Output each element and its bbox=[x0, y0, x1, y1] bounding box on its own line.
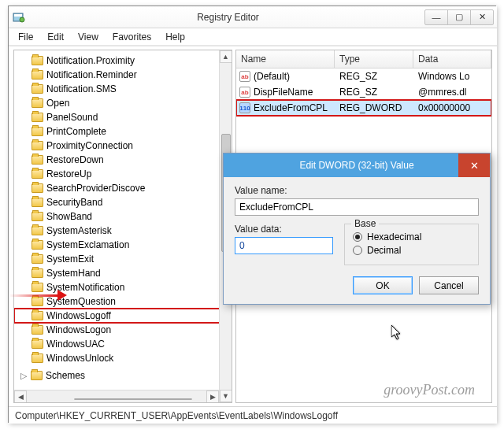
value-row[interactable]: 110ExcludeFromCPLREG_DWORD0x00000000 bbox=[236, 100, 491, 116]
scroll-up-button[interactable]: ▲ bbox=[220, 50, 232, 63]
column-headers[interactable]: Name Type Data bbox=[236, 50, 491, 68]
tree-item[interactable]: PanelSound bbox=[14, 110, 232, 124]
tree-label: RestoreUp bbox=[46, 168, 91, 179]
radio-dot-icon bbox=[353, 232, 362, 242]
folder-icon bbox=[32, 297, 43, 306]
folder-icon bbox=[32, 353, 43, 363]
menu-help[interactable]: Help bbox=[159, 30, 191, 44]
value-icon: ab bbox=[239, 87, 250, 98]
tree-item[interactable]: SystemExclamation bbox=[14, 238, 232, 252]
tree-label: Notification.Reminder bbox=[46, 69, 137, 80]
menu-edit[interactable]: Edit bbox=[41, 30, 70, 44]
value-data-input[interactable] bbox=[235, 237, 333, 254]
menu-view[interactable]: View bbox=[72, 30, 105, 44]
tree-item[interactable]: Open bbox=[14, 96, 232, 110]
tree-item[interactable]: Notification.Proximity bbox=[14, 54, 232, 68]
menu-file[interactable]: File bbox=[12, 30, 39, 44]
tree-label: WindowsUAC bbox=[46, 339, 105, 350]
scroll-right-button[interactable]: ▶ bbox=[206, 390, 219, 403]
menu-favorites[interactable]: Favorites bbox=[106, 30, 158, 44]
ok-button[interactable]: OK bbox=[353, 276, 413, 294]
close-button[interactable]: ✕ bbox=[470, 9, 494, 25]
value-name: (Default) bbox=[254, 71, 290, 82]
tree-item[interactable]: PrintComplete bbox=[14, 124, 232, 139]
tree-item[interactable]: SearchProviderDiscove bbox=[14, 181, 232, 195]
app-icon bbox=[12, 10, 26, 24]
titlebar[interactable]: Registry Editor — ▢ ✕ bbox=[9, 6, 497, 28]
radio-decimal[interactable]: Decimal bbox=[353, 245, 470, 256]
folder-icon bbox=[32, 240, 43, 250]
scroll-thumb-h[interactable] bbox=[74, 398, 192, 400]
tree-item[interactable]: SystemQuestion bbox=[14, 294, 232, 309]
tree-item[interactable]: ShowBand bbox=[14, 209, 232, 224]
base-fieldset: Base Hexadecimal Decimal bbox=[344, 224, 479, 265]
scroll-left-button[interactable]: ◀ bbox=[14, 390, 27, 403]
value-data: Windows Lo bbox=[413, 71, 491, 82]
tree-item[interactable]: SystemNotification bbox=[14, 280, 232, 294]
col-name[interactable]: Name bbox=[236, 50, 335, 68]
tree-scrollbar-horizontal[interactable]: ◀ ▶ bbox=[14, 390, 219, 402]
folder-icon bbox=[32, 325, 43, 335]
tree-item[interactable]: WindowsUAC bbox=[14, 337, 232, 351]
radio-dec-label: Decimal bbox=[367, 245, 401, 256]
tree-item[interactable]: ProximityConnection bbox=[14, 139, 232, 153]
tree-item[interactable]: SystemExit bbox=[14, 252, 232, 266]
tree-label: SearchProviderDiscove bbox=[46, 183, 145, 194]
menubar: File Edit View Favorites Help bbox=[9, 28, 497, 46]
window-controls: — ▢ ✕ bbox=[425, 9, 494, 25]
tree-label: SystemExclamation bbox=[46, 239, 129, 250]
statusbar: Computer\HKEY_CURRENT_USER\AppEvents\Eve… bbox=[9, 406, 497, 424]
expand-icon[interactable]: ▷ bbox=[19, 371, 28, 381]
value-row[interactable]: ab(Default)REG_SZWindows Lo bbox=[236, 68, 491, 84]
tree-pane[interactable]: Notification.ProximityNotification.Remin… bbox=[13, 50, 232, 403]
tree-label: SystemAsterisk bbox=[46, 225, 112, 236]
folder-icon bbox=[32, 56, 43, 65]
window-title: Registry Editor bbox=[31, 12, 425, 23]
value-name-input[interactable] bbox=[235, 198, 479, 216]
tree-item[interactable]: RestoreDown bbox=[14, 153, 232, 167]
tree-label: Open bbox=[46, 98, 69, 109]
tree-item[interactable]: Notification.Reminder bbox=[14, 68, 232, 82]
tree-label: SystemQuestion bbox=[46, 296, 116, 307]
folder-icon bbox=[32, 127, 43, 136]
tree-label: PanelSound bbox=[46, 112, 98, 123]
value-icon: 110 bbox=[239, 102, 250, 113]
cancel-button[interactable]: Cancel bbox=[419, 276, 479, 294]
tree-label: ProximityConnection bbox=[46, 140, 133, 151]
tree-item[interactable]: WindowsLogoff bbox=[14, 309, 232, 323]
radio-hexadecimal[interactable]: Hexadecimal bbox=[353, 231, 470, 242]
tree-item[interactable]: SecurityBand bbox=[14, 195, 232, 209]
dialog-close-button[interactable]: ✕ bbox=[458, 154, 490, 177]
tree-label: WindowsLogon bbox=[46, 324, 111, 335]
tree-item[interactable]: SystemHand bbox=[14, 266, 232, 280]
svg-point-2 bbox=[20, 17, 24, 22]
edit-dword-dialog[interactable]: Edit DWORD (32-bit) Value ✕ Value name: … bbox=[223, 153, 491, 305]
tree-label: RestoreDown bbox=[46, 154, 104, 165]
scroll-down-button[interactable]: ▼ bbox=[220, 390, 232, 402]
value-data: @mmres.dl bbox=[413, 87, 491, 98]
folder-icon bbox=[31, 371, 43, 380]
tree-label: PrintComplete bbox=[46, 126, 106, 137]
tree-item[interactable]: SystemAsterisk bbox=[14, 224, 232, 238]
dialog-titlebar[interactable]: Edit DWORD (32-bit) Value ✕ bbox=[224, 154, 490, 177]
tree-item[interactable]: WindowsLogon bbox=[14, 323, 232, 337]
col-data[interactable]: Data bbox=[413, 50, 491, 68]
tree-label: WindowsUnlock bbox=[46, 353, 113, 364]
folder-icon bbox=[32, 212, 43, 221]
value-row[interactable]: abDispFileNameREG_SZ@mmres.dl bbox=[236, 84, 491, 100]
folder-icon bbox=[32, 198, 43, 207]
tree-item[interactable]: WindowsUnlock bbox=[14, 351, 232, 365]
radio-dot-icon bbox=[353, 246, 362, 255]
col-type[interactable]: Type bbox=[335, 50, 413, 68]
tree-item[interactable]: RestoreUp bbox=[14, 167, 232, 181]
folder-icon bbox=[32, 155, 43, 165]
value-name: ExcludeFromCPL bbox=[254, 102, 328, 113]
tree-item[interactable]: Notification.SMS bbox=[14, 82, 232, 96]
maximize-button[interactable]: ▢ bbox=[447, 9, 471, 25]
tree-label: ShowBand bbox=[46, 211, 92, 222]
minimize-button[interactable]: — bbox=[424, 9, 448, 25]
tree-label: WindowsLogoff bbox=[46, 310, 111, 321]
value-type: REG_SZ bbox=[335, 87, 413, 98]
svg-rect-1 bbox=[14, 14, 22, 17]
tree-item-schemes[interactable]: ▷ Schemes bbox=[14, 368, 232, 383]
